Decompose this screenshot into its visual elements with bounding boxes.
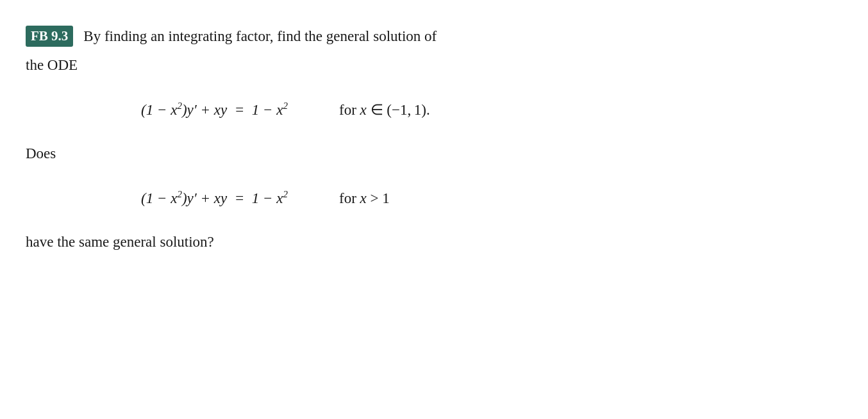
condition-2: for x > 1 (339, 190, 390, 207)
header-block: FB 9.3By finding an integrating factor, … (26, 26, 830, 48)
equation-2: (1 − x2)y′ + xy = 1 − x2 (141, 189, 288, 207)
header-text: By finding an integrating factor, find t… (83, 26, 437, 48)
conclusion-text: have the same general solution? (26, 231, 830, 254)
problem-badge: FB 9.3 (26, 26, 73, 47)
equation-block-1: (1 − x2)y′ + xy = 1 − x2 for x ∈ (−1, 1)… (141, 101, 830, 119)
ode-label: the ODE (26, 54, 830, 77)
page-content: FB 9.3By finding an integrating factor, … (26, 26, 830, 253)
equation-1: (1 − x2)y′ + xy = 1 − x2 (141, 101, 288, 119)
does-label: Does (26, 143, 830, 165)
condition-1: for x ∈ (−1, 1). (339, 101, 430, 119)
equation-block-2: (1 − x2)y′ + xy = 1 − x2 for x > 1 (141, 189, 830, 207)
